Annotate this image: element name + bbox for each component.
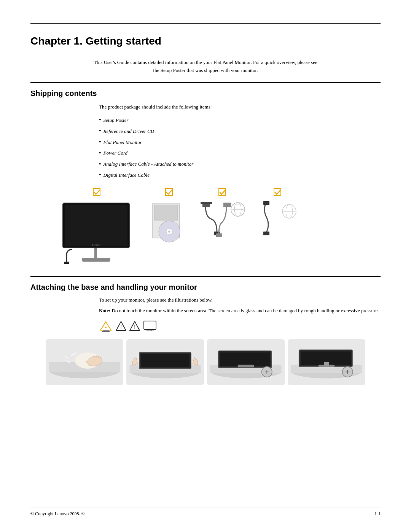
warning-triangle-1: ! bbox=[116, 320, 126, 332]
list-item: Setup Poster bbox=[99, 115, 381, 126]
monitor-warning-icon bbox=[143, 320, 157, 332]
svg-text:!: ! bbox=[120, 324, 122, 330]
svg-rect-58 bbox=[220, 352, 270, 366]
list-item: Analog Interface Cable - Attached to mon… bbox=[99, 159, 381, 170]
svg-rect-6 bbox=[64, 262, 69, 264]
setup-step-4 bbox=[288, 339, 365, 385]
svg-text:Lenovo: Lenovo bbox=[92, 244, 100, 246]
page-number: 1-1 bbox=[374, 511, 381, 517]
list-item: Power Cord bbox=[99, 148, 381, 159]
cd-group bbox=[148, 188, 190, 248]
note-text: Note: Do not touch the monitor within th… bbox=[99, 307, 381, 315]
shipping-illustrations: Lenovo bbox=[53, 188, 358, 265]
digital-cable-svg bbox=[255, 198, 301, 240]
safety-icons: ✦ ! ! bbox=[99, 320, 381, 332]
list-item: Reference and Driver CD bbox=[99, 126, 381, 137]
svg-rect-39 bbox=[144, 321, 156, 329]
monitor-group: Lenovo bbox=[53, 188, 141, 265]
svg-rect-59 bbox=[238, 365, 254, 367]
warning-triangle-2: ! bbox=[129, 320, 140, 332]
digital-cable-group bbox=[255, 188, 301, 240]
svg-rect-18 bbox=[216, 233, 222, 237]
digital-checkbox-icon bbox=[274, 188, 282, 198]
page: Chapter 1. Getting started This User's G… bbox=[0, 0, 411, 532]
chapter-title: Chapter 1. Getting started bbox=[30, 35, 381, 47]
monitor-svg: Lenovo bbox=[53, 200, 141, 265]
svg-rect-69 bbox=[324, 362, 329, 366]
svg-rect-26 bbox=[263, 232, 269, 235]
note-content: Do not touch the monitor within the scre… bbox=[112, 308, 379, 313]
setup-step-2 bbox=[126, 339, 204, 385]
svg-rect-5 bbox=[82, 258, 110, 262]
svg-point-13 bbox=[168, 230, 170, 233]
svg-rect-32 bbox=[103, 330, 109, 331]
attaching-title: Attaching the base and handling your mon… bbox=[30, 283, 381, 292]
svg-rect-33 bbox=[102, 331, 110, 332]
shipping-intro: The product package should include the f… bbox=[99, 103, 381, 111]
shipping-content: The product package should include the f… bbox=[99, 103, 381, 181]
power-checkbox-icon bbox=[218, 188, 227, 198]
svg-rect-53 bbox=[141, 354, 190, 367]
cd-checkbox-icon bbox=[165, 188, 174, 198]
svg-rect-27 bbox=[263, 201, 269, 205]
intro-text: This User's Guide contains detailed info… bbox=[91, 59, 320, 75]
attaching-rule bbox=[30, 276, 381, 277]
shipping-rule bbox=[30, 82, 381, 83]
list-item: Digital Interface Cable bbox=[99, 169, 381, 181]
setup-images bbox=[46, 339, 365, 385]
footer: © Copyright Lenovo 2008. © 1-1 bbox=[30, 508, 381, 517]
note-label: Note: bbox=[99, 308, 110, 313]
svg-text:!: ! bbox=[134, 324, 136, 330]
cd-svg bbox=[148, 198, 190, 248]
svg-rect-4 bbox=[94, 248, 97, 259]
list-item: Flat Panel Monitor bbox=[99, 137, 381, 148]
setup-step-1 bbox=[46, 339, 123, 385]
copyright: © Copyright Lenovo 2008. © bbox=[30, 511, 85, 517]
setup-text: To set up your monitor, please see the i… bbox=[99, 297, 381, 303]
svg-rect-2 bbox=[65, 205, 127, 246]
monitor-checkbox-icon bbox=[93, 188, 101, 198]
svg-rect-9 bbox=[154, 205, 178, 220]
svg-rect-17 bbox=[201, 202, 212, 204]
setup-step-3 bbox=[207, 339, 285, 385]
cables-svg bbox=[198, 198, 247, 240]
power-cord-group bbox=[198, 188, 247, 240]
top-rule bbox=[30, 23, 381, 24]
note-block: Note: Do not touch the monitor within th… bbox=[99, 307, 381, 315]
svg-text:✦: ✦ bbox=[104, 325, 107, 329]
shipping-list: Setup Poster Reference and Driver CD Fla… bbox=[99, 115, 381, 181]
box-safety-icon: ✦ bbox=[99, 320, 113, 332]
svg-rect-19 bbox=[223, 203, 231, 207]
shipping-title: Shipping contents bbox=[30, 89, 381, 98]
